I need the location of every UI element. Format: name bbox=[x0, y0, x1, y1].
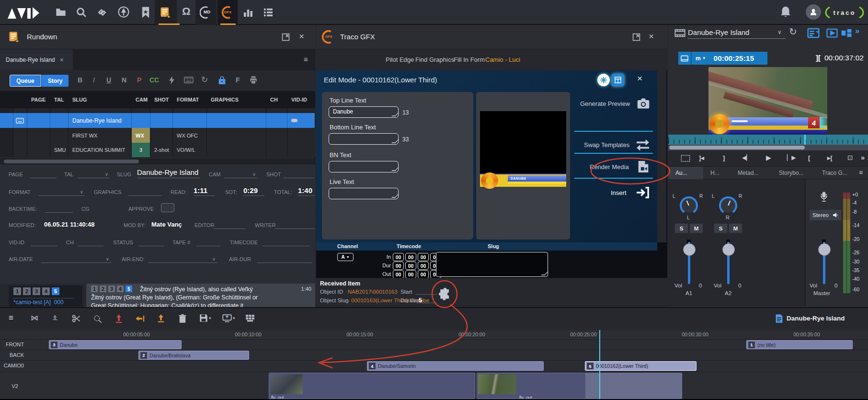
story-text-box[interactable]: 1 2 3 4 5 Žitný ostrov (Rye Island), als… bbox=[86, 284, 315, 307]
page-button[interactable]: 1 bbox=[91, 286, 98, 292]
page-button[interactable]: 4 bbox=[42, 287, 50, 295]
tape-input[interactable] bbox=[196, 238, 220, 246]
closed-caption-button[interactable]: CC bbox=[149, 76, 159, 84]
player-scrubber[interactable] bbox=[668, 135, 868, 145]
tc-in-ss[interactable]: 00 bbox=[418, 253, 429, 261]
page-button[interactable]: 1 bbox=[13, 287, 21, 295]
table-row[interactable]: Danube-Rye Island bbox=[0, 113, 315, 128]
save-layout-button[interactable] bbox=[612, 74, 624, 86]
page-button-active[interactable]: 5 bbox=[52, 287, 59, 295]
stats-app-icon[interactable] bbox=[242, 7, 254, 18]
table-hscrollbar[interactable] bbox=[0, 159, 315, 164]
queue-button[interactable]: Queue bbox=[10, 75, 41, 87]
solo-button-a2[interactable]: S bbox=[714, 223, 728, 233]
generate-preview-button[interactable]: Generate Preview bbox=[573, 95, 656, 113]
track-label-back[interactable]: BACK bbox=[0, 352, 24, 358]
user-avatar[interactable] bbox=[806, 4, 821, 20]
bold-button[interactable]: B bbox=[78, 76, 82, 84]
tc-in-mm[interactable]: 00 bbox=[405, 253, 416, 261]
tab-camio-luci-active[interactable]: Camio - Luci bbox=[485, 56, 520, 63]
status-input[interactable] bbox=[139, 238, 164, 246]
tc-out-hh[interactable]: 00 bbox=[393, 270, 404, 278]
tal-select[interactable]: ∨ bbox=[78, 170, 109, 178]
tabbar-menu-icon[interactable]: ≡ bbox=[859, 169, 863, 176]
clip-select-chevron-icon[interactable]: ∨ bbox=[777, 29, 782, 35]
refresh-icon[interactable]: ↻ bbox=[789, 26, 797, 37]
page-button[interactable]: 3 bbox=[108, 286, 115, 292]
lift-icon[interactable] bbox=[156, 314, 166, 323]
tc-dur-ss[interactable]: 00 bbox=[418, 262, 429, 270]
insert-button[interactable]: Insert bbox=[573, 184, 656, 202]
bookmark-icon[interactable] bbox=[141, 7, 150, 18]
float-window-icon[interactable] bbox=[632, 33, 640, 41]
editor-input[interactable] bbox=[214, 220, 245, 229]
timeline-menu-icon[interactable]: ≡ bbox=[9, 313, 13, 323]
publish-icon[interactable] bbox=[118, 6, 129, 18]
omega-app-icon[interactable]: Ω bbox=[182, 5, 191, 18]
video-viewport[interactable]: 4 bbox=[708, 67, 827, 135]
fit-to-window-icon[interactable]: ⊡ bbox=[847, 154, 853, 161]
player-scrollbar[interactable] bbox=[668, 145, 868, 150]
mark-in-icon[interactable]: [ bbox=[808, 154, 810, 161]
resize-handle[interactable] bbox=[391, 194, 399, 198]
track-label-v2[interactable]: V2 bbox=[0, 383, 18, 389]
backtime-input[interactable] bbox=[45, 204, 73, 213]
pan-knob-a2[interactable] bbox=[719, 196, 737, 215]
tab-audio-active[interactable]: Au... bbox=[668, 167, 703, 179]
italic-button[interactable]: I bbox=[93, 76, 95, 84]
airdate-select[interactable]: ∨ bbox=[41, 254, 111, 263]
view-list-icon[interactable] bbox=[807, 28, 820, 38]
browse-folder-icon[interactable] bbox=[56, 7, 66, 18]
loop-icon[interactable]: ↻ bbox=[201, 75, 208, 85]
edit-point-icon[interactable]: ⍎ bbox=[53, 313, 57, 322]
clip-v2-b[interactable]: fly_out bbox=[477, 373, 682, 399]
logs-app-icon[interactable] bbox=[263, 7, 274, 18]
scrubber-playhead[interactable] bbox=[804, 135, 806, 145]
tc-dur-hh[interactable]: 00 bbox=[393, 262, 404, 270]
resize-handle[interactable] bbox=[391, 139, 399, 143]
top-line-text-input[interactable]: Danube bbox=[329, 106, 399, 118]
close-panel-icon[interactable]: × bbox=[649, 31, 654, 42]
tab-find-graphics[interactable]: Find Graphics bbox=[415, 56, 454, 63]
notifications-bell-icon[interactable] bbox=[780, 6, 791, 18]
split-view-icon[interactable] bbox=[841, 28, 852, 38]
clip-camio-lowerthird-selected[interactable]: 5 00010162(Lower Third) bbox=[585, 361, 697, 371]
tabstrip-menu-icon[interactable]: ≡ bbox=[304, 55, 308, 63]
track-label-camio0[interactable]: CAMIO0 bbox=[0, 363, 24, 368]
snowflake-button[interactable] bbox=[597, 74, 610, 86]
underline-button[interactable]: U bbox=[106, 76, 111, 84]
fader-knob-master[interactable] bbox=[818, 243, 831, 256]
step-back-icon[interactable]: ◀▏ bbox=[742, 154, 751, 161]
save-icon[interactable]: ▾ bbox=[199, 314, 208, 322]
float-window-icon[interactable] bbox=[282, 33, 290, 41]
player-scrollbar-thumb[interactable] bbox=[669, 146, 805, 149]
timeline-ruler[interactable]: 00:00:05:00 00:00:10:00 00:00:15:00 00:0… bbox=[0, 330, 868, 339]
trash-icon[interactable] bbox=[178, 314, 187, 323]
ch-input[interactable] bbox=[78, 238, 103, 246]
fader-knob-a1[interactable] bbox=[683, 243, 696, 256]
approve-checkbox[interactable] bbox=[161, 203, 174, 212]
airend-select[interactable]: ∨ bbox=[148, 254, 217, 263]
tab-metadata[interactable]: Metad... bbox=[738, 170, 758, 176]
shortcut-grid-icon[interactable] bbox=[245, 314, 255, 322]
writer-input[interactable] bbox=[275, 220, 315, 229]
resize-handle[interactable] bbox=[391, 113, 399, 116]
print-icon[interactable] bbox=[249, 76, 258, 84]
scissors-icon[interactable] bbox=[72, 314, 81, 323]
hscrollbar-thumb[interactable] bbox=[4, 160, 139, 163]
monitor-mode-icon[interactable] bbox=[678, 52, 692, 65]
mic-icon[interactable] bbox=[820, 192, 828, 202]
story-button[interactable]: Story bbox=[42, 75, 69, 87]
open-in-player-icon[interactable] bbox=[826, 28, 838, 38]
col-tal[interactable]: TAL bbox=[50, 91, 69, 108]
tab-pilot-edge[interactable]: Pilot Edge bbox=[386, 56, 414, 63]
page-input[interactable] bbox=[30, 170, 57, 178]
lock-icon[interactable] bbox=[218, 76, 226, 85]
timeline-playhead[interactable] bbox=[599, 330, 600, 399]
tc-out-ss[interactable]: 00 bbox=[418, 270, 429, 278]
mark-mode[interactable]: m bbox=[692, 55, 701, 62]
duration-input[interactable] bbox=[417, 297, 437, 303]
overwrite-edit-icon[interactable] bbox=[114, 314, 124, 323]
page-button[interactable]: 2 bbox=[23, 287, 31, 295]
gfx-app-tile[interactable]: GFX bbox=[217, 0, 238, 25]
